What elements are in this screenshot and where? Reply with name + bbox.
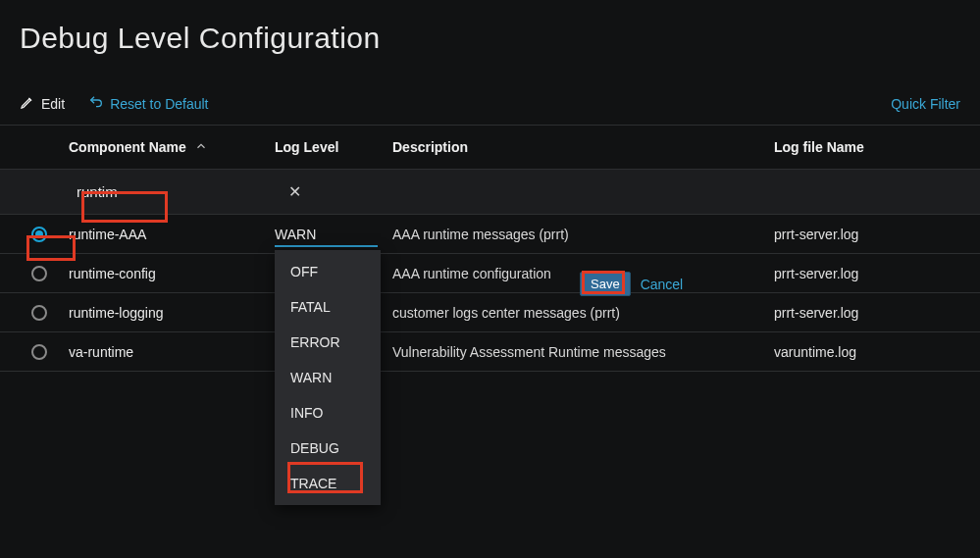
page-title: Debug Level Configuration: [0, 0, 980, 65]
clear-filter-icon[interactable]: ✕: [275, 182, 314, 201]
column-header-log-level[interactable]: Log Level: [275, 139, 392, 155]
reset-label: Reset to Default: [110, 96, 208, 112]
row-radio[interactable]: [31, 305, 47, 321]
pencil-icon: [20, 94, 35, 113]
table-filter-row: ✕: [0, 170, 980, 215]
log-level-option[interactable]: WARN: [275, 360, 381, 395]
log-level-dropdown-trigger[interactable]: WARN: [275, 227, 316, 242]
save-button[interactable]: Save: [580, 272, 631, 296]
table-header-row: Component Name Log Level Description Log…: [0, 125, 980, 170]
toolbar: Edit Reset to Default Quick Filter: [0, 65, 980, 125]
log-level-option[interactable]: OFF: [275, 254, 381, 289]
table-row: runtime-config AAA runtime configuration…: [0, 254, 980, 293]
column-header-log-file-name[interactable]: Log file Name: [774, 139, 970, 155]
cell-description: Vulnerability Assessment Runtime message…: [392, 344, 774, 360]
cell-log-file-name: prrt-server.log: [774, 305, 970, 321]
log-level-option[interactable]: FATAL: [275, 289, 381, 325]
column-header-component-name[interactable]: Component Name: [69, 139, 186, 155]
cell-log-file-name: prrt-server.log: [774, 227, 970, 242]
row-radio[interactable]: [31, 227, 47, 242]
log-level-option[interactable]: ERROR: [275, 325, 381, 360]
cell-component-name: runtime-AAA: [69, 227, 275, 242]
cancel-button[interactable]: Cancel: [641, 277, 684, 292]
edit-button[interactable]: Edit: [20, 94, 65, 113]
cell-component-name: va-runtime: [69, 344, 275, 360]
cell-description: AAA runtime messages (prrt): [392, 227, 774, 242]
reset-to-default-button[interactable]: Reset to Default: [88, 94, 208, 113]
quick-filter-link[interactable]: Quick Filter: [891, 96, 960, 112]
table-row: runtime-AAA WARN OFF FATAL ERROR WARN IN…: [0, 215, 980, 254]
row-radio[interactable]: [31, 266, 47, 281]
sort-ascending-icon[interactable]: [194, 139, 208, 156]
log-level-option[interactable]: INFO: [275, 395, 381, 431]
table-row: runtime-logging customer logs center mes…: [0, 293, 980, 332]
edit-label: Edit: [41, 96, 65, 112]
log-level-option[interactable]: TRACE: [275, 466, 381, 501]
row-radio[interactable]: [31, 344, 47, 360]
cell-log-file-name: varuntime.log: [774, 344, 970, 360]
log-level-dropdown-panel: OFF FATAL ERROR WARN INFO DEBUG TRACE: [275, 250, 381, 505]
dropdown-underline: [275, 245, 378, 247]
cell-component-name: runtime-config: [69, 266, 275, 281]
column-header-description[interactable]: Description: [392, 139, 774, 155]
component-name-filter-input[interactable]: [69, 178, 275, 206]
cell-component-name: runtime-logging: [69, 305, 275, 321]
table-row: va-runtime Vulnerability Assessment Runt…: [0, 332, 980, 372]
cell-log-file-name: prrt-server.log: [774, 266, 970, 281]
cell-description: customer logs center messages (prrt): [392, 305, 774, 321]
log-level-option[interactable]: DEBUG: [275, 431, 381, 466]
inline-edit-actions: Save Cancel: [580, 272, 683, 296]
undo-icon: [88, 94, 104, 113]
